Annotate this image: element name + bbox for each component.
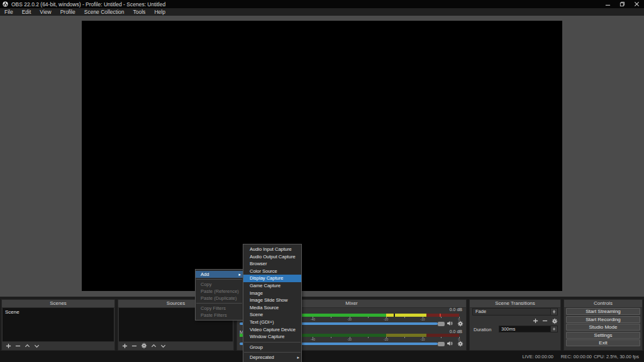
menu-item-label: Group <box>250 344 263 350</box>
add-audio-input-capture[interactable]: Audio Input Capture <box>243 246 301 253</box>
menu-scene-collection[interactable]: Scene Collection <box>80 8 129 16</box>
menu-item-label: Audio Input Capture <box>250 246 292 252</box>
menu-item-label: Scene <box>250 312 263 317</box>
duration-spinner-icon[interactable] <box>550 326 557 332</box>
down-icon[interactable] <box>34 343 40 349</box>
title-bar: OBS 22.0.2 (64-bit, windows) - Profile: … <box>0 0 644 8</box>
start-streaming-button[interactable]: Start Streaming <box>566 308 640 315</box>
menu-item-label: Color Source <box>250 268 277 274</box>
status-cpu: CPU: 2.5%, 30.00 fps <box>594 354 639 359</box>
sources-toolbar <box>119 341 233 349</box>
close-button[interactable] <box>630 0 644 8</box>
volume-slider-handle[interactable] <box>438 322 445 326</box>
add-image-slide-show[interactable]: Image Slide Show <box>243 297 301 304</box>
close-icon <box>634 1 640 7</box>
gear-icon[interactable] <box>552 318 558 324</box>
settings-button[interactable]: Settings <box>566 332 640 339</box>
menu-view[interactable]: View <box>35 8 55 16</box>
add-scene[interactable]: Scene <box>243 311 301 319</box>
menu-item-label: Text (GDI+) <box>250 319 274 325</box>
menu-item-label: Image Slide Show <box>250 297 287 303</box>
add-color-source[interactable]: Color Source <box>243 268 301 275</box>
menu-separator <box>196 279 242 280</box>
meter-tick <box>331 317 331 318</box>
restore-icon <box>619 1 625 7</box>
transition-select[interactable]: Fade <box>472 308 558 315</box>
window-title: OBS 22.0.2 (64-bit, windows) - Profile: … <box>11 1 165 8</box>
add-display-capture[interactable]: Display Capture <box>243 275 301 282</box>
obs-window: { "window": { "title": "OBS 22.0.2 (64-b… <box>0 0 644 362</box>
gear-icon[interactable] <box>141 343 147 349</box>
studio-mode-button[interactable]: Studio Mode <box>566 324 640 331</box>
add-deprecated[interactable]: Deprecated▸ <box>243 354 301 361</box>
transition-selected-value: Fade <box>473 309 557 315</box>
speaker-icon[interactable] <box>447 341 453 346</box>
exit-button[interactable]: Exit <box>566 339 640 346</box>
menu-item-label: Paste (Duplicate) <box>201 295 237 301</box>
menu-edit[interactable]: Edit <box>18 8 36 16</box>
add-image[interactable]: Image <box>243 290 301 297</box>
menu-item-label: Copy Filters <box>201 305 226 311</box>
menu-help[interactable]: Help <box>150 8 169 16</box>
obs-logo-icon <box>3 1 8 7</box>
speaker-icon[interactable] <box>447 321 453 326</box>
add-window-capture[interactable]: Window Capture <box>243 333 301 341</box>
add-audio-output-capture[interactable]: Audio Output Capture <box>243 253 301 261</box>
menu-tools[interactable]: Tools <box>129 8 150 16</box>
down-icon[interactable] <box>160 343 166 349</box>
duration-input[interactable]: 300ms <box>499 326 558 332</box>
dropdown-spinner-icon[interactable] <box>550 309 557 315</box>
duration-label: Duration <box>474 327 491 332</box>
menu-item-label: Deprecated <box>250 354 274 360</box>
minus-icon[interactable] <box>542 318 548 324</box>
menu-file[interactable]: File <box>0 8 18 16</box>
meter-tick <box>368 337 369 338</box>
add-video-capture-device[interactable]: Video Capture Device <box>243 326 301 334</box>
gear-icon[interactable] <box>457 321 464 327</box>
submenu-arrow-icon: ▸ <box>238 271 241 278</box>
minimize-button[interactable] <box>601 0 615 8</box>
menu-item-label: Paste (Reference) <box>201 288 239 294</box>
scene-list-item[interactable]: Scene <box>3 308 114 316</box>
meter-tick <box>404 337 405 338</box>
add-text-gdi-[interactable]: Text (GDI+) <box>243 319 301 326</box>
minus-icon[interactable] <box>15 343 21 349</box>
volume-slider-handle[interactable] <box>438 342 445 346</box>
add-browser[interactable]: Browser <box>243 260 301 268</box>
menu-separator <box>244 342 301 343</box>
minus-icon[interactable] <box>131 343 137 349</box>
context-copy-filters: Copy Filters <box>196 305 243 312</box>
preview-canvas[interactable] <box>82 21 562 291</box>
add-group[interactable]: Group <box>243 344 301 351</box>
restore-button[interactable] <box>615 0 630 8</box>
add-media-source[interactable]: Media Source <box>243 304 301 312</box>
up-icon[interactable] <box>25 343 30 349</box>
scenes-panel: Scenes Scene <box>1 299 115 351</box>
menu-item-label: Video Capture Device <box>250 327 296 332</box>
plus-icon[interactable] <box>6 343 11 349</box>
mixer-channel-db: 0.0 dB <box>450 329 462 334</box>
menu-separator <box>244 352 301 353</box>
meter-tick <box>441 337 441 338</box>
context-add[interactable]: Add▸ <box>196 271 243 278</box>
transitions-panel-title: Scene Transitions <box>470 300 560 308</box>
menu-item-label: Add <box>201 272 209 277</box>
context-copy: Copy <box>196 281 243 288</box>
plus-icon[interactable] <box>122 343 128 349</box>
add-game-capture[interactable]: Game Capture <box>243 282 301 290</box>
menu-separator <box>196 303 242 304</box>
gear-icon[interactable] <box>457 341 464 347</box>
up-icon[interactable] <box>151 343 157 349</box>
submenu-arrow-icon: ▸ <box>297 354 299 361</box>
context-paste-filters: Paste Filters <box>196 312 243 319</box>
scenes-list[interactable]: Scene <box>3 308 114 341</box>
start-recording-button[interactable]: Start Recording <box>566 316 640 323</box>
status-bar: LIVE: 00:00:00 REC: 00:00:00 CPU: 2.5%, … <box>0 351 644 362</box>
scene-transitions-panel: Scene Transitions Fade Duration 300ms <box>469 299 561 351</box>
plus-icon[interactable] <box>533 318 538 324</box>
scenes-toolbar <box>3 341 114 349</box>
meter-tick <box>368 317 369 318</box>
menu-profile[interactable]: Profile <box>56 8 80 16</box>
bottom-dock: Scenes Scene Sources Mixer Desktop Audio… <box>0 297 644 351</box>
minimize-icon <box>605 1 611 7</box>
